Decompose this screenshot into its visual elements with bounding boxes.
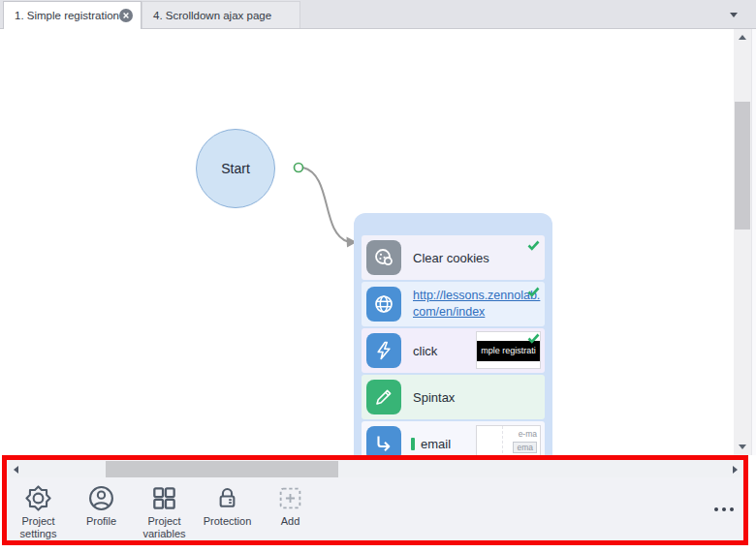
tab-label: 1. Simple registration bbox=[4, 10, 119, 21]
canvas-right-gutter bbox=[751, 29, 756, 455]
action-goto-url[interactable]: http://lessons.zennolab.com/en/index bbox=[362, 282, 545, 326]
action-label: click bbox=[413, 344, 437, 358]
scroll-left-arrow-icon[interactable] bbox=[8, 461, 23, 477]
thumbnail-text: ema bbox=[513, 442, 537, 453]
action-spintax[interactable]: Spintax bbox=[362, 375, 545, 419]
action-label: email bbox=[421, 437, 451, 451]
tab-label: 4. Scrolldown ajax page bbox=[142, 10, 271, 21]
profile-icon bbox=[88, 484, 114, 511]
horizontal-scrollbar[interactable] bbox=[8, 461, 742, 477]
gear-icon bbox=[25, 484, 51, 511]
cookies-icon bbox=[366, 240, 401, 275]
profile-button[interactable]: Profile bbox=[70, 484, 133, 540]
tool-label: Add bbox=[281, 515, 300, 528]
start-node[interactable]: Start bbox=[196, 129, 275, 208]
add-button[interactable]: Add bbox=[259, 484, 322, 540]
action-click[interactable]: click mple registrati bbox=[362, 328, 545, 373]
action-label: Spintax bbox=[413, 390, 455, 405]
scroll-down-arrow-icon[interactable] bbox=[734, 439, 751, 455]
horizontal-scroll-thumb[interactable] bbox=[106, 461, 338, 477]
protection-button[interactable]: Protection bbox=[196, 484, 259, 540]
scroll-up-arrow-icon[interactable] bbox=[734, 29, 751, 46]
variable-indicator bbox=[411, 438, 415, 450]
thumbnail-text: e-ma bbox=[519, 429, 537, 439]
red-highlight-box: Project settings Profile bbox=[2, 455, 748, 545]
scroll-right-arrow-icon[interactable] bbox=[727, 461, 742, 477]
thumbnail-divider bbox=[502, 426, 503, 455]
vertical-scrollbar[interactable] bbox=[734, 29, 751, 455]
tool-label: Project settings bbox=[7, 515, 70, 540]
grid-icon bbox=[151, 484, 177, 511]
start-node-label: Start bbox=[221, 161, 250, 176]
app-window: 1. Simple registration 4. Scrolldown aja… bbox=[0, 0, 756, 552]
tab-bar: 1. Simple registration 4. Scrolldown aja… bbox=[0, 0, 756, 29]
lightning-icon bbox=[366, 333, 401, 368]
add-icon bbox=[277, 484, 303, 511]
success-check-icon bbox=[527, 284, 540, 301]
tool-label: Protection bbox=[204, 515, 252, 528]
success-check-icon bbox=[527, 330, 540, 348]
url-link[interactable]: http://lessons.zennolab.com/en/index bbox=[413, 288, 545, 321]
vertical-scroll-thumb[interactable] bbox=[735, 102, 750, 230]
tab-simple-registration[interactable]: 1. Simple registration bbox=[3, 1, 142, 29]
action-label: Clear cookies bbox=[413, 251, 489, 265]
pencil-icon bbox=[366, 380, 401, 414]
chevron-down-icon[interactable] bbox=[730, 13, 738, 17]
project-settings-button[interactable]: Project settings bbox=[7, 484, 70, 540]
redirect-arrow-icon bbox=[366, 426, 401, 455]
action-email[interactable]: email e-ma ema bbox=[362, 421, 545, 455]
tool-label: Profile bbox=[86, 515, 116, 528]
project-toolbar: Project settings Profile bbox=[7, 484, 322, 540]
flowchart-canvas[interactable]: Start Clear cookies bbox=[0, 29, 756, 455]
tool-label: Project variables bbox=[133, 515, 196, 540]
close-icon[interactable] bbox=[119, 9, 133, 22]
email-field-thumbnail: e-ma ema bbox=[476, 425, 541, 455]
more-options-button[interactable] bbox=[714, 507, 734, 511]
action-clear-cookies[interactable]: Clear cookies bbox=[362, 235, 545, 280]
lock-icon bbox=[214, 484, 240, 511]
tab-scrolldown-ajax-page[interactable]: 4. Scrolldown ajax page bbox=[142, 1, 300, 28]
globe-icon bbox=[366, 287, 401, 322]
project-variables-button[interactable]: Project variables bbox=[133, 484, 196, 540]
action-group-card[interactable]: Clear cookies http://lessons.zen bbox=[354, 213, 552, 455]
success-check-icon bbox=[527, 237, 540, 255]
